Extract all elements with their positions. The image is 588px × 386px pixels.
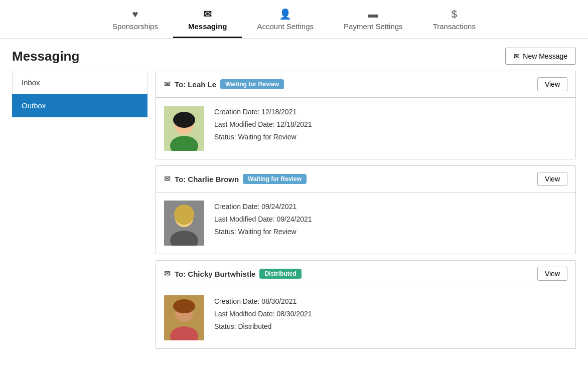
top-nav: ♥ Sponsorships ✉ Messaging 👤 Account Set… [0, 0, 588, 39]
envelope-icon: ✉ [164, 269, 171, 278]
messages-list: ✉ To: Leah Le Waiting for Review View [156, 71, 576, 355]
message-recipient: To: Charlie Brown [175, 175, 239, 183]
nav-label-transactions: Transactions [433, 22, 476, 31]
avatar [164, 106, 204, 151]
nav-item-payment-settings[interactable]: ▬ Payment Settings [329, 5, 418, 38]
message-card-body: Creation Date: 09/24/2021 Last Modified … [156, 192, 575, 254]
avatar [164, 201, 204, 246]
envelope-icon: ✉ [164, 174, 171, 183]
svg-point-3 [173, 112, 195, 128]
message-card-header: ✉ To: Charlie Brown Waiting for Review V… [156, 166, 575, 192]
account-icon: 👤 [279, 8, 291, 20]
status-line: Status: Distributed [214, 320, 312, 333]
message-details: Creation Date: 09/24/2021 Last Modified … [214, 201, 312, 239]
nav-item-messaging[interactable]: ✉ Messaging [173, 4, 242, 38]
nav-label-messaging: Messaging [188, 22, 227, 31]
nav-label-sponsorships: Sponsorships [112, 22, 158, 31]
status-badge: Waiting for Review [243, 174, 307, 184]
message-details: Creation Date: 12/18/2021 Last Modified … [214, 106, 312, 144]
message-to: ✉ To: Leah Le Waiting for Review [164, 79, 284, 89]
status-badge: Distributed [259, 269, 301, 279]
avatar [164, 295, 204, 340]
envelope-icon: ✉ [514, 52, 520, 60]
page-header: Messaging ✉ New Message [0, 39, 588, 71]
last-modified-date: Last Modified Date: 12/18/2021 [214, 118, 312, 131]
envelope-icon: ✉ [164, 80, 171, 89]
view-button[interactable]: View [537, 267, 567, 281]
message-card: ✉ To: Chicky Burtwhistle Distributed Vie… [156, 260, 576, 349]
message-card: ✉ To: Leah Le Waiting for Review View [156, 71, 576, 159]
main-content: Inbox Outbox ✉ To: Leah Le Waiting for R… [0, 71, 588, 355]
message-recipient: To: Chicky Burtwhistle [175, 270, 255, 278]
message-card-body: Creation Date: 12/18/2021 Last Modified … [156, 98, 575, 159]
view-button[interactable]: View [537, 77, 567, 91]
sponsorships-icon: ♥ [132, 9, 138, 20]
status-badge: Waiting for Review [220, 79, 284, 89]
message-card-header: ✉ To: Leah Le Waiting for Review View [156, 71, 575, 98]
transactions-icon: $ [452, 9, 457, 20]
message-card-body: Creation Date: 08/30/2021 Last Modified … [156, 287, 575, 348]
creation-date: Creation Date: 09/24/2021 [214, 201, 312, 213]
sidebar-item-inbox[interactable]: Inbox [12, 71, 148, 94]
message-to: ✉ To: Charlie Brown Waiting for Review [164, 174, 307, 184]
message-card: ✉ To: Charlie Brown Waiting for Review V… [156, 165, 576, 254]
messaging-icon: ✉ [203, 8, 212, 20]
status-line: Status: Waiting for Review [214, 226, 312, 238]
nav-item-account-settings[interactable]: 👤 Account Settings [242, 4, 329, 38]
sidebar-item-outbox[interactable]: Outbox [12, 94, 148, 117]
message-to: ✉ To: Chicky Burtwhistle Distributed [164, 269, 302, 279]
svg-point-11 [173, 299, 195, 313]
payment-icon: ▬ [368, 9, 378, 20]
creation-date: Creation Date: 08/30/2021 [214, 295, 312, 308]
message-card-header: ✉ To: Chicky Burtwhistle Distributed Vie… [156, 261, 575, 287]
view-button[interactable]: View [537, 172, 567, 186]
nav-label-payment-settings: Payment Settings [344, 22, 403, 31]
nav-item-transactions[interactable]: $ Transactions [418, 5, 491, 38]
new-message-label: New Message [523, 52, 567, 60]
new-message-button[interactable]: ✉ New Message [505, 48, 576, 65]
status-line: Status: Waiting for Review [214, 131, 312, 143]
page-title: Messaging [12, 49, 79, 64]
last-modified-date: Last Modified Date: 08/30/2021 [214, 308, 312, 320]
svg-point-7 [174, 205, 194, 225]
nav-label-account-settings: Account Settings [257, 22, 314, 31]
last-modified-date: Last Modified Date: 09/24/2021 [214, 213, 312, 226]
nav-item-sponsorships[interactable]: ♥ Sponsorships [97, 5, 173, 38]
message-recipient: To: Leah Le [175, 80, 216, 89]
creation-date: Creation Date: 12/18/2021 [214, 106, 312, 118]
sidebar: Inbox Outbox [12, 71, 148, 355]
message-details: Creation Date: 08/30/2021 Last Modified … [214, 295, 312, 333]
